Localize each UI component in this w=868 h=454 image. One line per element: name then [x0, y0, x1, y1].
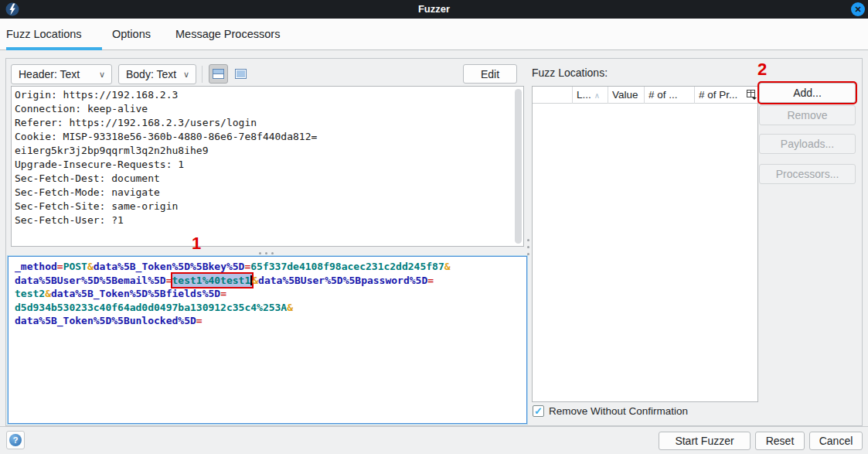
- column-header-value[interactable]: Value: [608, 87, 645, 104]
- tab-fuzz-locations[interactable]: Fuzz Locations: [6, 19, 82, 50]
- tab-bar: Fuzz Locations Options Message Processor…: [0, 19, 868, 50]
- tab-message-processors[interactable]: Message Processors: [175, 19, 280, 50]
- column-header-num-payloads[interactable]: # of ...: [645, 87, 695, 104]
- column-config-icon[interactable]: [747, 90, 757, 100]
- fuzz-locations-label: Fuzz Locations:: [532, 67, 608, 79]
- combined-view-icon: [235, 69, 247, 79]
- checkbox-label: Remove Without Confirmation: [549, 405, 688, 417]
- chevron-down-icon: ∨: [99, 65, 105, 84]
- header-view-value: Header: Text: [19, 68, 80, 80]
- help-button[interactable]: ?: [6, 431, 25, 449]
- active-tab-underline: [6, 47, 102, 50]
- split-view-toggle-icon[interactable]: [209, 64, 228, 84]
- cancel-button[interactable]: Cancel: [809, 432, 863, 450]
- request-body-textarea[interactable]: _method=POST&data%5B_Token%5D%5Bkey%5D=6…: [8, 256, 527, 424]
- titlebar: Fuzzer ✕: [0, 0, 868, 19]
- annotation-step-2: 2: [757, 60, 767, 80]
- start-fuzzer-button[interactable]: Start Fuzzer: [659, 432, 751, 450]
- toolbar-separator: [202, 66, 203, 83]
- add-button[interactable]: Add...: [759, 83, 856, 103]
- vertical-splitter-handle[interactable]: [527, 239, 530, 259]
- request-header-text: Origin: https://192.168.2.3 Connection: …: [15, 88, 317, 227]
- payloads-button[interactable]: Payloads...: [759, 134, 856, 154]
- reset-button[interactable]: Reset: [755, 432, 805, 450]
- column-header-num-processors[interactable]: # of Pr...: [695, 87, 746, 104]
- vertical-scrollbar[interactable]: [515, 89, 522, 244]
- remove-button[interactable]: Remove: [759, 105, 856, 125]
- combined-view-toggle-icon[interactable]: [231, 64, 250, 84]
- fuzz-locations-table[interactable]: L...∧ Value # of ... # of Pr...: [532, 86, 758, 402]
- annotation-step-1: 1: [192, 234, 201, 254]
- column-header-location[interactable]: L...∧: [573, 87, 608, 104]
- fuzzer-window: Fuzzer ✕ Fuzz Locations Options Message …: [0, 0, 868, 454]
- edit-button[interactable]: Edit: [463, 64, 517, 84]
- body-view-value: Body: Text: [126, 68, 176, 80]
- header-view-select[interactable]: Header: Text ∨: [11, 64, 112, 84]
- horizontal-splitter-handle[interactable]: [259, 252, 276, 255]
- processors-button[interactable]: Processors...: [759, 164, 856, 184]
- close-button[interactable]: ✕: [851, 2, 865, 16]
- body-view-select[interactable]: Body: Text ∨: [118, 64, 196, 84]
- request-header-textarea[interactable]: Origin: https://192.168.2.3 Connection: …: [11, 86, 524, 247]
- fuzz-locations-panel: Header: Text ∨ Body: Text ∨ Edit Origin:…: [5, 58, 863, 426]
- column-header-blank[interactable]: [533, 87, 573, 104]
- sort-ascending-icon: ∧: [594, 91, 600, 100]
- fuzz-location-selection: test1%40test1: [172, 274, 253, 287]
- footer-separator: [0, 426, 868, 427]
- checkbox-check-icon: ✓: [533, 405, 544, 417]
- help-icon: ?: [9, 434, 22, 446]
- tab-options[interactable]: Options: [112, 19, 151, 50]
- split-view-icon: [213, 69, 224, 79]
- request-body-text: _method=POST&data%5B_Token%5D%5Bkey%5D=6…: [15, 260, 451, 328]
- table-header-row: L...∧ Value # of ... # of Pr...: [533, 87, 757, 104]
- chevron-down-icon: ∨: [183, 65, 189, 84]
- window-title: Fuzzer: [0, 0, 868, 19]
